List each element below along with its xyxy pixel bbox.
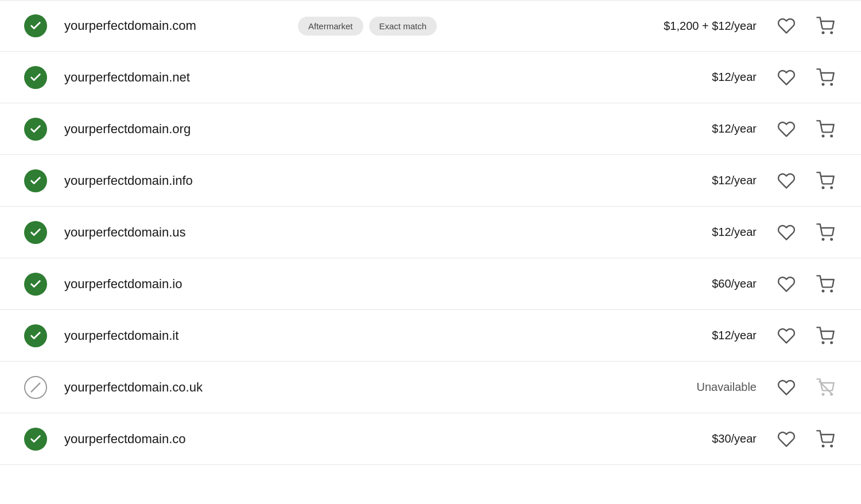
action-icons [774,220,838,245]
available-icon [23,65,48,90]
unavailable-icon [23,375,48,400]
svg-point-6 [823,187,824,188]
table-row: yourperfectdomain.net$12/year [0,52,861,103]
add-to-cart-button[interactable] [813,323,838,348]
svg-line-14 [32,383,40,391]
table-row: yourperfectdomain.co.ukUnavailable [0,362,861,413]
table-row: yourperfectdomain.it$12/year [0,310,861,362]
badge: Exact match [369,17,437,36]
add-to-cart-button [813,375,838,400]
wishlist-button[interactable] [774,272,799,297]
svg-point-10 [823,290,824,292]
available-icon [23,117,48,142]
price: $12/year [659,226,774,239]
table-row: yourperfectdomain.co$30/year [0,413,861,465]
price: $12/year [659,174,774,187]
action-icons [774,65,838,90]
price: $1,200 + $12/year [659,20,774,33]
svg-point-8 [823,238,824,240]
domain-name: yourperfectdomain.co.uk [64,380,362,395]
action-icons [774,272,838,297]
domain-name: yourperfectdomain.us [64,225,362,240]
wishlist-button[interactable] [774,323,799,348]
wishlist-button[interactable] [774,427,799,452]
domain-name: yourperfectdomain.it [64,328,362,343]
action-icons [774,427,838,452]
domain-name: yourperfectdomain.net [64,70,362,85]
table-row: yourperfectdomain.org$12/year [0,103,861,155]
available-icon [23,220,48,245]
svg-point-2 [823,83,824,85]
domain-name: yourperfectdomain.io [64,277,362,292]
wishlist-button[interactable] [774,220,799,245]
domain-name: yourperfectdomain.info [64,173,362,188]
available-icon [23,272,48,297]
action-icons [774,117,838,142]
svg-point-11 [831,290,832,292]
svg-point-0 [823,32,824,34]
table-row: yourperfectdomain.comAftermarketExact ma… [0,0,861,52]
available-icon [23,13,48,38]
add-to-cart-button[interactable] [813,168,838,193]
svg-point-18 [823,445,824,447]
available-icon [23,323,48,348]
wishlist-button[interactable] [774,168,799,193]
wishlist-button[interactable] [774,117,799,142]
action-icons [774,13,838,38]
add-to-cart-button[interactable] [813,272,838,297]
price: $30/year [659,432,774,445]
add-to-cart-button[interactable] [813,427,838,452]
wishlist-button[interactable] [774,13,799,38]
domain-list: yourperfectdomain.comAftermarketExact ma… [0,0,861,465]
add-to-cart-button[interactable] [813,13,838,38]
wishlist-button[interactable] [774,65,799,90]
domain-name: yourperfectdomain.com [64,18,286,33]
domain-name: yourperfectdomain.co [64,432,362,447]
add-to-cart-button[interactable] [813,220,838,245]
svg-point-5 [831,135,832,137]
action-icons [774,168,838,193]
available-icon [23,168,48,193]
table-row: yourperfectdomain.info$12/year [0,155,861,207]
domain-name: yourperfectdomain.org [64,122,362,137]
svg-point-7 [831,187,832,188]
svg-point-13 [831,342,832,343]
svg-point-12 [823,342,824,343]
table-row: yourperfectdomain.us$12/year [0,207,861,258]
price: $12/year [659,122,774,135]
svg-point-4 [823,135,824,137]
price: $60/year [659,277,774,290]
wishlist-button[interactable] [774,375,799,400]
table-row: yourperfectdomain.io$60/year [0,258,861,310]
add-to-cart-button[interactable] [813,117,838,142]
price: $12/year [659,71,774,84]
svg-point-19 [831,445,832,447]
price: $12/year [659,329,774,342]
action-icons [774,323,838,348]
action-icons [774,375,838,400]
svg-point-15 [823,393,824,395]
badge-container: AftermarketExact match [298,17,437,36]
available-icon [23,427,48,452]
svg-point-9 [831,238,832,240]
badge: Aftermarket [298,17,363,36]
add-to-cart-button[interactable] [813,65,838,90]
price: Unavailable [659,381,774,394]
svg-point-1 [831,32,832,34]
svg-point-3 [831,83,832,85]
